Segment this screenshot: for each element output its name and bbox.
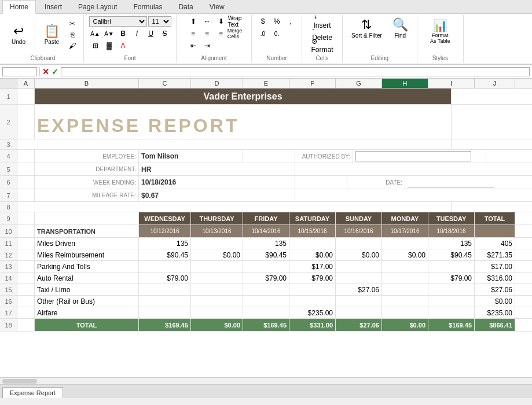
tab-formulas[interactable]: Formulas (126, 0, 170, 13)
name-box[interactable] (2, 67, 37, 76)
cell-cat-0-sun[interactable] (336, 238, 382, 249)
cell-cat-3-tue[interactable]: $79.00 (428, 273, 475, 284)
indent-decrease-btn[interactable]: ⇤ (187, 41, 200, 51)
col-header-c[interactable]: C (139, 79, 191, 88)
cell-cat-5-tue[interactable] (428, 296, 475, 307)
sort-filter-btn[interactable]: ⇅ Sort & Filter (347, 16, 386, 41)
cell-cat-4-sat[interactable] (289, 284, 336, 295)
cell-total-grand[interactable]: $866.41 (475, 319, 515, 331)
wrap-text-btn[interactable]: Wrap Text (229, 16, 241, 27)
cell-cat-4-name[interactable]: Taxi / Limo (35, 284, 139, 295)
find-btn[interactable]: 🔍 Find (388, 16, 412, 41)
cell-total-sat[interactable]: $331.00 (289, 319, 336, 331)
cell-total-10[interactable] (475, 225, 515, 237)
cell-transportation-label[interactable]: TRANSPORTATION (35, 225, 139, 237)
col-header-a[interactable]: A (17, 79, 35, 88)
comma-btn[interactable]: , (284, 16, 297, 27)
cell-b9[interactable] (35, 212, 139, 224)
cell-cat-6-sat[interactable]: $235.00 (289, 307, 336, 318)
cell-cat-1-total[interactable]: $271.35 (475, 249, 515, 260)
cell-cat-5-mon[interactable] (382, 296, 428, 307)
bold-btn[interactable]: B (117, 28, 130, 39)
border-btn[interactable]: ⊞ (89, 41, 102, 51)
percent-btn[interactable]: % (270, 16, 283, 27)
cell-cat-1-wed[interactable]: $90.45 (139, 249, 191, 260)
cell-cat-0-wed[interactable]: 135 (139, 238, 191, 249)
decrease-decimal-btn[interactable]: 0. (270, 28, 283, 39)
cell-cat-4-sun[interactable]: $27.06 (336, 284, 382, 295)
currency-btn[interactable]: $ (256, 16, 269, 27)
cell-cat-4-wed[interactable] (139, 284, 191, 295)
date-input[interactable] (408, 177, 494, 187)
cell-cat-6-total[interactable]: $235.00 (475, 307, 515, 318)
cell-cat-4-thu[interactable] (191, 284, 243, 295)
align-center-btn[interactable]: ≡ (201, 28, 214, 39)
col-header-e[interactable]: E (243, 79, 289, 88)
cell-cat-5-total[interactable]: $0.00 (475, 296, 515, 307)
cell-cat-2-name[interactable]: Parking And Tolls (35, 261, 139, 272)
cell-cat-5-sun[interactable] (336, 296, 382, 307)
align-top-btn[interactable]: ⬆ (187, 16, 200, 27)
col-header-j[interactable]: J (475, 79, 515, 88)
horizontal-scrollbar[interactable] (0, 377, 532, 384)
cell-cat-3-sun[interactable] (336, 273, 382, 284)
cell-cat-4-total[interactable]: $27.06 (475, 284, 515, 295)
cell-cat-2-sat[interactable]: $17.00 (289, 261, 336, 272)
col-header-g[interactable]: G (336, 79, 382, 88)
cell-cat-0-name[interactable]: Miles Driven (35, 238, 139, 249)
sheet-tab-expense-report[interactable]: Expense Report (2, 387, 63, 398)
cell-cat-5-fri[interactable] (243, 296, 289, 307)
format-cells-btn[interactable]: ⚙ Format (316, 41, 329, 51)
cell-total-label[interactable]: TOTAL (35, 319, 139, 331)
tab-page-layout[interactable]: Page Layout (71, 0, 124, 13)
cell-cat-4-tue[interactable] (428, 284, 475, 295)
cell-cat-3-sat[interactable]: $79.00 (289, 273, 336, 284)
cell-total-tue[interactable]: $169.45 (428, 319, 475, 331)
decrease-font-btn[interactable]: A▼ (103, 28, 116, 39)
tab-data[interactable]: Data (171, 0, 200, 13)
cell-dept-value[interactable]: HR (139, 163, 295, 175)
cell-a7[interactable] (17, 189, 35, 201)
font-name-select[interactable]: Calibri (89, 16, 147, 27)
cell-cat-5-wed[interactable] (139, 296, 191, 307)
fill-color-btn[interactable]: ▓ (103, 41, 116, 51)
cell-a9[interactable] (17, 212, 35, 224)
font-size-select[interactable]: 11 (148, 16, 171, 27)
increase-decimal-btn[interactable]: .0 (256, 28, 269, 39)
align-left-btn[interactable]: ≡ (187, 28, 200, 39)
undo-button[interactable]: ↩ Undo (7, 23, 30, 47)
cell-cat-1-fri[interactable]: $90.45 (243, 249, 289, 260)
cell-cat-0-fri[interactable]: 135 (243, 238, 289, 249)
cell-employee-value[interactable]: Tom Nilson (139, 150, 243, 163)
cell-cat-1-name[interactable]: Miles Reimbursement (35, 249, 139, 260)
formula-confirm-btn[interactable]: ✓ (52, 67, 58, 76)
cell-authorized-input-container[interactable] (353, 150, 486, 163)
underline-btn[interactable]: U (145, 28, 157, 39)
cell-expense-title[interactable]: EXPENSE REPORT (35, 105, 452, 139)
italic-btn[interactable]: I (131, 28, 144, 39)
col-header-i[interactable]: I (428, 79, 475, 88)
cell-cat-3-thu[interactable] (191, 273, 243, 284)
cell-cat-2-tue[interactable] (428, 261, 475, 272)
cell-date-input-container[interactable] (405, 176, 532, 189)
cell-cat-3-name[interactable]: Auto Rental (35, 273, 139, 284)
cell-cat-6-sun[interactable] (336, 307, 382, 318)
cell-cat-1-tue[interactable]: $90.45 (428, 249, 475, 260)
cell-cat-6-tue[interactable] (428, 307, 475, 318)
cell-cat-0-thu[interactable] (191, 238, 243, 249)
indent-increase-btn[interactable]: ⇥ (201, 41, 214, 51)
cell-cat-1-thu[interactable]: $0.00 (191, 249, 243, 260)
cell-mileage-value[interactable]: $0.67 (139, 189, 295, 201)
cell-cat-5-name[interactable]: Other (Rail or Bus) (35, 296, 139, 307)
cell-cat-6-name[interactable]: Airfare (35, 307, 139, 318)
cell-cat-3-wed[interactable]: $79.00 (139, 273, 191, 284)
tab-insert[interactable]: Insert (37, 0, 69, 13)
cell-cat-5-sat[interactable] (289, 296, 336, 307)
cut-button[interactable]: ✂ (66, 19, 79, 29)
formula-cancel-btn[interactable]: ✕ (42, 67, 49, 76)
col-header-h[interactable]: H (382, 79, 428, 88)
formula-input[interactable] (61, 67, 530, 76)
cell-cat-6-wed[interactable] (139, 307, 191, 318)
cell-a5[interactable] (17, 163, 35, 175)
tab-view[interactable]: View (202, 0, 232, 13)
